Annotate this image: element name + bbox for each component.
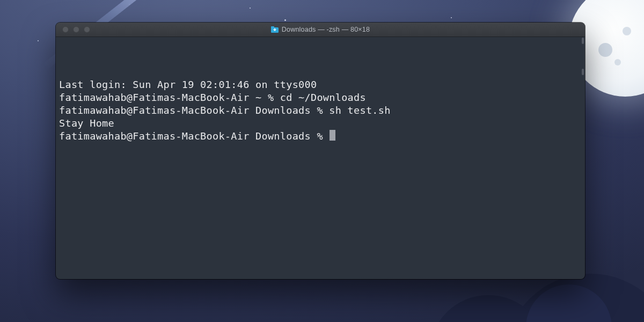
terminal-output-line: Stay Home — [59, 117, 583, 130]
window-title: Downloads — -zsh — 80×18 — [282, 26, 370, 33]
svg-rect-1 — [271, 26, 274, 28]
star-icon — [284, 19, 286, 21]
shell-prompt: fatimawahab@Fatimas-MacBook-Air ~ % — [59, 92, 280, 103]
svg-rect-0 — [271, 27, 279, 33]
window-titlebar[interactable]: Downloads — -zsh — 80×18 — [56, 23, 585, 37]
window-traffic-lights — [56, 26, 90, 33]
scrollbar[interactable] — [582, 38, 584, 44]
star-icon — [451, 17, 452, 18]
terminal-prompt-line: fatimawahab@Fatimas-MacBook-Air ~ % cd ~… — [59, 91, 583, 104]
star-icon — [38, 40, 39, 41]
terminal-output-line: Last login: Sun Apr 19 02:01:46 on ttys0… — [59, 78, 583, 91]
terminal-body[interactable]: Last login: Sun Apr 19 02:01:46 on ttys0… — [56, 36, 585, 279]
shell-command: sh test.sh — [329, 105, 390, 116]
terminal-window[interactable]: Downloads — -zsh — 80×18 Last login: Sun… — [56, 23, 585, 279]
terminal-prompt-line: fatimawahab@Fatimas-MacBook-Air Download… — [59, 104, 583, 117]
zoom-button[interactable] — [84, 26, 90, 33]
folder-downloads-icon — [271, 26, 279, 33]
star-icon — [250, 8, 251, 9]
shell-prompt: fatimawahab@Fatimas-MacBook-Air Download… — [59, 105, 329, 116]
shell-prompt: fatimawahab@Fatimas-MacBook-Air Download… — [59, 130, 329, 142]
terminal-cursor — [330, 130, 335, 141]
desktop-background: Downloads — -zsh — 80×18 Last login: Sun… — [0, 0, 644, 322]
terminal-prompt-line: fatimawahab@Fatimas-MacBook-Air Download… — [59, 130, 583, 143]
close-button[interactable] — [62, 26, 69, 33]
shell-command: cd ~/Downloads — [280, 92, 366, 103]
minimize-button[interactable] — [73, 26, 79, 33]
scrollbar[interactable] — [582, 69, 584, 75]
